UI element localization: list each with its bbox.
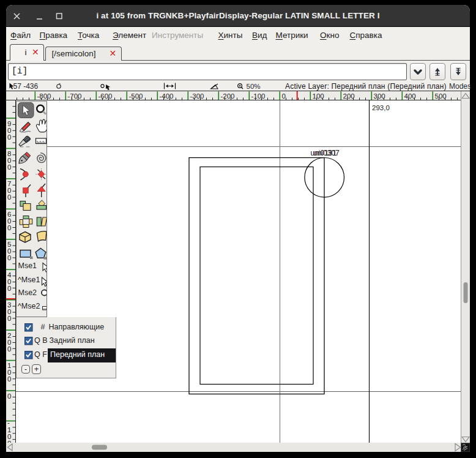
svg-text:200: 200 [343,92,355,99]
svg-text:0: 0 [7,375,11,383]
svg-text:-600: -600 [99,92,113,99]
svg-text:-200: -200 [221,92,235,99]
svg-text:100: 100 [313,92,324,99]
svg-text:500: 500 [435,92,447,99]
svg-text:-300: -300 [190,92,204,99]
svg-text:-800: -800 [37,92,51,99]
svg-text:^Mse1: ^Mse1 [18,276,40,284]
svg-text:293,0: 293,0 [372,104,390,111]
svg-text:0: 0 [7,285,11,292]
svg-text:0: 0 [7,315,11,322]
svg-text:0: 0 [7,392,11,400]
svg-text:0: 0 [7,224,11,231]
svg-text:0: 0 [7,133,11,141]
svg-text:^Mse2: ^Mse2 [18,302,40,310]
svg-text:uni0307: uni0307 [313,149,340,157]
svg-text:0: 0 [7,345,11,353]
svg-text:300: 300 [374,92,385,99]
svg-text:-: - [7,419,10,426]
svg-text:0: 0 [7,254,11,261]
svg-text:Mse1: Mse1 [18,261,37,270]
svg-text:-400: -400 [160,92,174,99]
svg-text:0: 0 [282,92,286,99]
svg-text:-700: -700 [68,92,82,99]
svg-text:400: 400 [404,92,416,99]
svg-text:0: 0 [7,193,11,201]
svg-text:0: 0 [7,163,11,171]
svg-text:-500: -500 [129,92,143,99]
svg-text:Mse2: Mse2 [18,288,37,297]
svg-text:-100: -100 [251,92,266,99]
